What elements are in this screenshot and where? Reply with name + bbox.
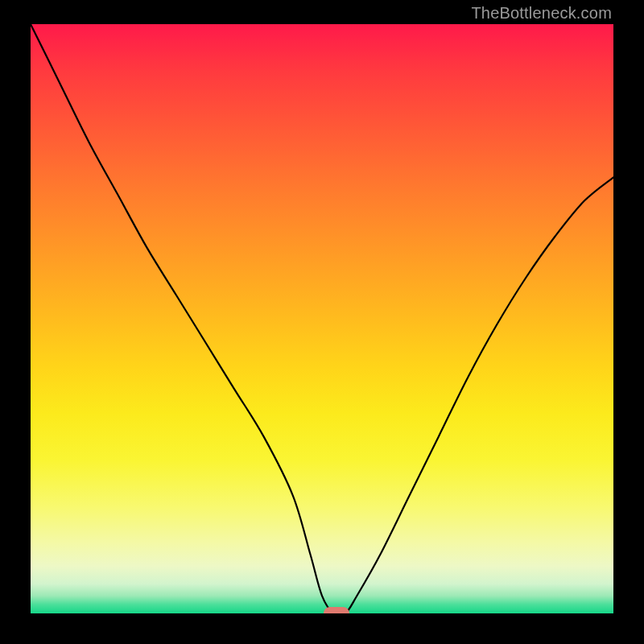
- optimal-point-marker: [324, 607, 349, 613]
- bottleneck-curve: [31, 24, 613, 613]
- watermark-text: TheBottleneck.com: [471, 4, 612, 23]
- chart-frame: TheBottleneck.com: [0, 0, 644, 644]
- plot-area: [31, 24, 613, 613]
